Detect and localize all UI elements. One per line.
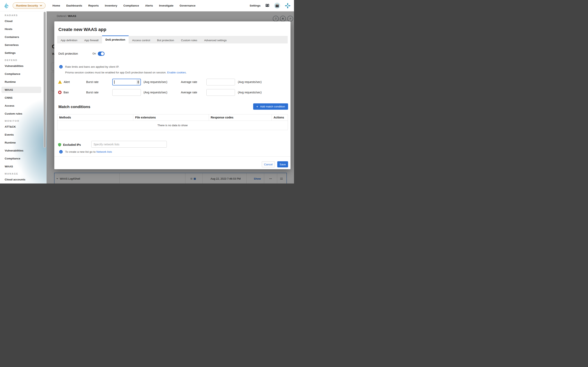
alert-burst-rate-field — [112, 79, 141, 85]
top-nav: Runtime Security Home Dashboards Reports… — [0, 0, 294, 11]
prisma-cloud-logo-icon[interactable] — [285, 3, 291, 9]
sidebar-item-waas[interactable]: WAAS — [1, 87, 41, 93]
plus-icon: + — [256, 105, 258, 108]
sidebar-item-custom-rules[interactable]: Custom rules — [0, 110, 47, 118]
create-waas-app-modal: Create new WAAS app App definition App f… — [54, 21, 291, 169]
network-lists-note: To create a new list go to Network lists — [65, 150, 112, 153]
burst-rate-unit: (Avg requests/sec) — [141, 80, 181, 83]
sidebar-item-serverless[interactable]: Serverless — [0, 41, 47, 49]
sidebar-item-compliance-monitor[interactable]: Compliance — [0, 155, 47, 162]
product-switcher[interactable]: Runtime Security — [13, 2, 45, 9]
nav-item-reports[interactable]: Reports — [88, 4, 99, 7]
ban-row-label: Ban — [63, 91, 69, 94]
nav-item-inventory[interactable]: Inventory — [105, 4, 117, 7]
shield-icon — [58, 143, 61, 147]
add-match-condition-button[interactable]: + Add match condition — [253, 103, 288, 110]
sidebar-item-runtime-monitor[interactable]: Runtime — [0, 139, 47, 147]
sidebar-section-defend: DEFEND — [5, 59, 47, 62]
column-header-methods: Methods — [57, 114, 133, 120]
modal-footer: Cancel Save — [54, 156, 291, 169]
sidebar-item-access[interactable]: Access — [0, 102, 47, 110]
stepper-up-icon — [138, 81, 139, 82]
modal-tabs: App definition App firewall DoS protecti… — [57, 36, 288, 43]
app-window: Defend / WAAS ? C W WAAS Log4Shell Au — [0, 0, 294, 184]
nav-item-governance[interactable]: Governance — [180, 4, 196, 7]
docs-book-icon[interactable] — [265, 4, 270, 8]
info-icon: i — [59, 150, 63, 154]
alert-average-rate-field — [207, 79, 235, 85]
cancel-button[interactable]: Cancel — [262, 161, 275, 167]
tab-app-firewall[interactable]: App firewall — [81, 36, 102, 43]
sidebar-item-containers[interactable]: Containers — [0, 33, 47, 41]
warning-icon — [58, 80, 62, 84]
tab-access-control[interactable]: Access control — [129, 36, 154, 43]
sidebar-item-attck[interactable]: ATT&CK — [0, 123, 47, 131]
sidebar-item-runtime[interactable]: Runtime — [0, 78, 47, 86]
sidebar-item-vulnerabilities[interactable]: Vulnerabilities — [0, 62, 47, 70]
burst-rate-label: Burst rate — [86, 80, 112, 83]
prisma-compute-logo-icon[interactable] — [4, 2, 9, 9]
sidebar-section-radars: RADARS — [5, 14, 47, 17]
nav-item-home[interactable]: Home — [52, 4, 60, 7]
burst-rate-unit: (Avg requests/sec) — [141, 91, 181, 94]
sidebar-section-monitor: MONITOR — [5, 120, 47, 123]
match-conditions-heading: Match conditions — [58, 105, 90, 109]
tab-custom-rules[interactable]: Custom rules — [177, 36, 201, 43]
nav-item-alerts[interactable]: Alerts — [145, 4, 153, 7]
session-cookies-note: Prisma session cookies must be enabled f… — [65, 71, 187, 74]
enable-cookies-link[interactable]: Enable cookies — [167, 71, 186, 74]
average-rate-unit: (Avg requests/sec) — [235, 80, 288, 83]
ban-icon — [58, 91, 62, 94]
empty-table-message: There is no data to show — [57, 120, 288, 130]
column-header-actions: Actions — [272, 114, 288, 120]
save-button[interactable]: Save — [277, 161, 288, 167]
sidebar-item-events[interactable]: Events — [0, 131, 47, 139]
sidebar-item-waas-monitor[interactable]: WAAS — [0, 162, 47, 170]
average-rate-unit: (Avg requests/sec) — [235, 91, 288, 94]
dos-protection-toggle[interactable] — [98, 52, 104, 56]
nav-item-investigate[interactable]: Investigate — [159, 4, 173, 7]
nav-item-dashboards[interactable]: Dashboards — [66, 4, 82, 7]
match-conditions-table: Methods File extensions Response codes A… — [57, 114, 288, 130]
average-rate-label: Average rate — [181, 91, 207, 94]
text-caret — [114, 80, 114, 84]
stepper-down-icon — [138, 82, 139, 83]
ban-average-rate-input[interactable] — [207, 89, 235, 96]
column-header-response-codes: Response codes — [209, 114, 272, 120]
excluded-ips-field — [91, 141, 167, 148]
sidebar-item-cloud-accounts[interactable]: Cloud accounts — [0, 175, 47, 184]
ban-burst-rate-input[interactable] — [112, 89, 141, 96]
sidebar-item-vulnerabilities-monitor[interactable]: Vulnerabilities — [0, 147, 47, 155]
sidebar-scrollbar[interactable] — [43, 12, 46, 148]
sidebar-item-cloud[interactable]: Cloud — [0, 17, 47, 25]
nav-item-settings[interactable]: Settings — [250, 4, 260, 7]
average-rate-label: Average rate — [181, 80, 207, 83]
excluded-ips-input[interactable] — [91, 141, 167, 148]
sidebar-item-compliance[interactable]: Compliance — [0, 70, 47, 78]
chevron-down-icon — [40, 5, 42, 6]
sidebar-item-cnns[interactable]: CNNS — [0, 94, 47, 102]
sidebar-item-hosts[interactable]: Hosts — [0, 25, 47, 33]
rate-limits-note: Rate limits and bans are applied by clie… — [65, 65, 119, 68]
ban-burst-rate-field — [112, 89, 141, 96]
sidebar-section-manage: MANAGE — [5, 173, 47, 175]
excluded-ips-label: Excluded IPs — [63, 143, 81, 146]
sidebar-item-settings[interactable]: Settings — [0, 49, 47, 57]
info-icon: i — [59, 65, 63, 68]
column-header-file-extensions: File extensions — [133, 114, 209, 120]
network-lists-link[interactable]: Network lists — [96, 150, 112, 153]
tab-advanced-settings[interactable]: Advanced settings — [201, 36, 230, 43]
nav-item-compliance[interactable]: Compliance — [123, 4, 139, 7]
burst-rate-label: Burst rate — [86, 91, 112, 94]
user-avatar[interactable] — [274, 3, 280, 8]
modal-title: Create new WAAS app — [58, 27, 106, 32]
tab-dos-protection[interactable]: DoS protection — [102, 35, 129, 43]
dos-protection-label: DoS protection — [58, 52, 93, 55]
tab-app-definition[interactable]: App definition — [57, 36, 81, 43]
ban-average-rate-field — [207, 89, 235, 96]
toggle-state-label: On — [93, 52, 96, 55]
number-stepper[interactable] — [136, 80, 140, 85]
alert-average-rate-input[interactable] — [207, 79, 235, 85]
tab-bot-protection[interactable]: Bot protection — [154, 36, 177, 43]
alert-row-label: Alert — [64, 80, 70, 83]
